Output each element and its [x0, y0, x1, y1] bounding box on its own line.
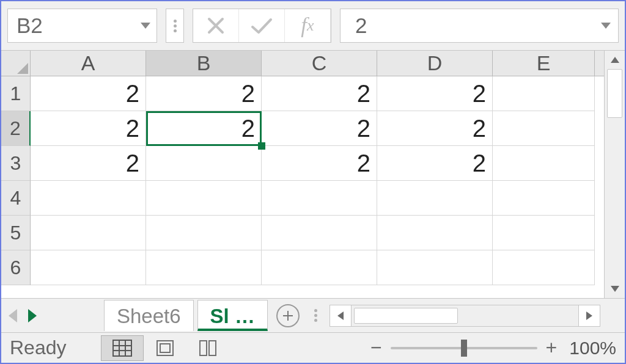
cell-e6[interactable] [493, 250, 595, 285]
spreadsheet-grid: A B C D E 1 2 2 2 2 2 2 2 [1, 50, 625, 298]
cell-c4[interactable] [262, 181, 377, 216]
expand-formula-bar-icon[interactable] [601, 23, 611, 29]
sheet-tabs-row: Sheet6 Sl … [1, 298, 625, 332]
name-box-dropdown-icon[interactable] [134, 23, 156, 29]
cell-a5[interactable] [31, 216, 146, 250]
cell-a1[interactable]: 2 [31, 76, 146, 111]
cell-b6[interactable] [146, 250, 262, 285]
status-text: Ready [10, 337, 67, 359]
cell-b4[interactable] [146, 181, 262, 216]
check-icon [251, 17, 273, 34]
cell-d5[interactable] [377, 216, 493, 250]
cell-c1[interactable]: 2 [262, 76, 377, 111]
grid-body: 1 2 2 2 2 2 2 2 2 2 3 2 [1, 76, 604, 298]
vertical-scroll-thumb[interactable] [607, 69, 622, 118]
cell-e5[interactable] [493, 216, 595, 250]
column-header-e[interactable]: E [493, 51, 595, 76]
view-normal-button[interactable] [101, 335, 144, 361]
formula-input-value: 2 [355, 13, 367, 38]
select-all-cells[interactable] [1, 51, 31, 76]
scroll-right-icon[interactable] [578, 305, 600, 327]
cell-b1[interactable]: 2 [146, 76, 262, 111]
grid-icon [112, 340, 132, 357]
page-break-icon [199, 340, 217, 357]
sheet-tab-inactive[interactable]: Sheet6 [104, 300, 194, 331]
cell-a2[interactable]: 2 [31, 111, 146, 146]
zoom-value[interactable]: 100% [569, 338, 616, 359]
cell-d3[interactable]: 2 [377, 146, 493, 181]
zoom-slider-knob[interactable] [461, 340, 467, 357]
zoom-slider[interactable] [391, 347, 537, 349]
scroll-up-icon[interactable] [605, 51, 625, 69]
row-header-6[interactable]: 6 [1, 250, 31, 285]
cell-c3[interactable]: 2 [262, 146, 377, 181]
svg-marker-2 [611, 57, 619, 63]
insert-function-button[interactable]: fx [285, 9, 331, 42]
fill-handle[interactable] [258, 142, 265, 150]
svg-marker-5 [28, 309, 37, 322]
row-3: 3 2 2 2 [1, 146, 604, 181]
cell-d1[interactable]: 2 [377, 76, 493, 111]
svg-rect-15 [200, 341, 207, 355]
cell-c6[interactable] [262, 250, 377, 285]
vertical-scroll-track[interactable] [605, 69, 625, 280]
tabs-options-button[interactable] [314, 309, 317, 322]
row-header-4[interactable]: 4 [1, 181, 31, 216]
column-header-b[interactable]: B [146, 51, 262, 76]
formula-input[interactable]: 2 [340, 9, 619, 43]
cell-b3[interactable] [146, 146, 262, 181]
row-1: 1 2 2 2 2 [1, 76, 604, 111]
zoom-out-button[interactable]: − [367, 337, 386, 359]
cell-e4[interactable] [493, 181, 595, 216]
row-5: 5 [1, 216, 604, 250]
column-header-a[interactable]: A [31, 51, 146, 76]
svg-marker-4 [9, 309, 17, 322]
row-header-2[interactable]: 2 [1, 111, 31, 146]
cell-e2[interactable] [493, 111, 595, 146]
svg-marker-0 [141, 23, 150, 29]
cancel-button[interactable] [193, 9, 239, 42]
view-page-layout-button[interactable] [144, 335, 186, 361]
scroll-down-icon[interactable] [605, 280, 625, 298]
zoom-in-button[interactable]: + [542, 337, 561, 359]
cell-a3[interactable]: 2 [31, 146, 146, 181]
vertical-scrollbar[interactable] [604, 51, 625, 298]
plus-icon [282, 310, 293, 321]
cell-d2[interactable]: 2 [377, 111, 493, 146]
svg-rect-8 [113, 340, 131, 356]
svg-marker-3 [611, 286, 619, 292]
formula-bar-options-button[interactable] [166, 9, 184, 43]
cell-c2[interactable]: 2 [262, 111, 377, 146]
cell-a6[interactable] [31, 250, 146, 285]
cell-c5[interactable] [262, 216, 377, 250]
excel-window: B2 fx 2 A [0, 0, 626, 364]
svg-marker-1 [601, 23, 611, 29]
sheet-tab-active[interactable]: Sl … [197, 300, 268, 331]
row-header-5[interactable]: 5 [1, 216, 31, 250]
horizontal-scrollbar[interactable] [330, 304, 600, 328]
horizontal-scroll-thumb[interactable] [354, 308, 458, 324]
formula-bar: B2 fx 2 [1, 1, 625, 50]
new-sheet-button[interactable] [276, 304, 300, 327]
svg-marker-6 [337, 311, 344, 320]
column-header-c[interactable]: C [262, 51, 377, 76]
cell-b5[interactable] [146, 216, 262, 250]
column-header-d[interactable]: D [377, 51, 493, 76]
cell-d6[interactable] [377, 250, 493, 285]
scroll-left-icon[interactable] [330, 305, 352, 327]
horizontal-scroll-track[interactable] [352, 305, 578, 327]
cell-d4[interactable] [377, 181, 493, 216]
name-box[interactable]: B2 [7, 9, 157, 43]
cell-e1[interactable] [493, 76, 595, 111]
row-header-1[interactable]: 1 [1, 76, 31, 111]
row-header-3[interactable]: 3 [1, 146, 31, 181]
tab-nav-buttons [9, 309, 100, 322]
cell-e3[interactable] [493, 146, 595, 181]
enter-button[interactable] [239, 9, 285, 42]
tab-nav-next-icon[interactable] [28, 309, 37, 322]
view-page-break-button[interactable] [186, 335, 229, 361]
cell-a4[interactable] [31, 181, 146, 216]
formula-button-group: fx [193, 9, 331, 43]
cell-b2[interactable]: 2 [146, 111, 262, 146]
tab-nav-prev-icon[interactable] [9, 309, 17, 322]
